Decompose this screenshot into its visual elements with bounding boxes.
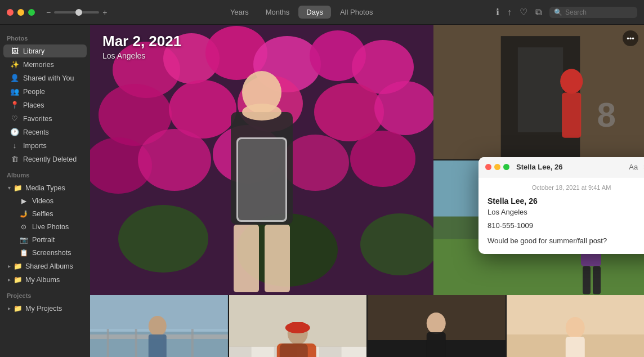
note-body-note: Would be good for summer/fall post? bbox=[488, 236, 644, 245]
sidebar-item-label: Recents bbox=[23, 128, 82, 136]
sidebar-item-label: Favorites bbox=[23, 115, 82, 123]
sidebar-item-screenshots[interactable]: 📋 Screenshots bbox=[3, 247, 87, 259]
sidebar-item-live-photos[interactable]: ⊙ Live Photos bbox=[3, 221, 87, 233]
zoom-minus-button[interactable]: − bbox=[46, 8, 51, 17]
sidebar-item-media-types[interactable]: ▾ 📁 Media Types bbox=[3, 181, 87, 194]
sidebar-item-my-albums[interactable]: ▸ 📁 My Albums bbox=[3, 273, 87, 286]
photo-grid: Mar 2, 2021 Los Angeles bbox=[90, 25, 644, 357]
sidebar-item-places[interactable]: 📍 Places bbox=[3, 99, 87, 111]
photo-content: Mar 2, 2021 Los Angeles bbox=[90, 25, 644, 357]
selfie-icon: 🤳 bbox=[19, 210, 28, 218]
sidebar-item-videos[interactable]: ▶ Videos bbox=[3, 195, 87, 207]
main-layout: Photos 🖼 Library ✨ Memories 👤 Shared wit… bbox=[0, 25, 644, 357]
bottom-photo-2-svg bbox=[229, 295, 367, 357]
sidebar-item-label: Live Photos bbox=[32, 223, 69, 231]
svg-rect-56 bbox=[251, 346, 274, 357]
note-body-location: Los Angeles bbox=[488, 207, 644, 218]
search-input[interactable] bbox=[565, 8, 633, 16]
screenshot-icon: 📋 bbox=[19, 249, 28, 257]
svg-point-77 bbox=[427, 313, 446, 334]
expand-arrow-icon: ▸ bbox=[8, 263, 11, 269]
sidebar-item-label: Portrait bbox=[32, 236, 55, 244]
bottom-photo-3[interactable] bbox=[368, 295, 506, 357]
note-title: Stella Lee, 26 bbox=[516, 163, 624, 171]
svg-rect-85 bbox=[565, 337, 584, 357]
side-photo-top[interactable]: 8 ••• bbox=[433, 25, 644, 159]
svg-rect-78 bbox=[427, 332, 446, 357]
sidebar-item-my-projects[interactable]: ▸ 📁 My Projects bbox=[3, 302, 87, 315]
more-options-button[interactable]: ••• bbox=[623, 30, 638, 46]
sidebar-item-shared-albums[interactable]: ▸ 📁 Shared Albums bbox=[3, 260, 87, 273]
tab-years[interactable]: Years bbox=[222, 6, 257, 19]
slideshow-icon[interactable]: ⧉ bbox=[535, 7, 542, 17]
tab-months[interactable]: Months bbox=[258, 6, 298, 19]
sidebar-item-recently-deleted[interactable]: 🗑 Recently Deleted bbox=[3, 153, 87, 166]
svg-point-22 bbox=[242, 104, 281, 121]
svg-point-17 bbox=[118, 205, 208, 273]
svg-rect-59 bbox=[319, 346, 341, 357]
sidebar-item-label: Recently Deleted bbox=[23, 155, 82, 163]
minimize-button[interactable] bbox=[17, 9, 24, 16]
sidebar-item-people[interactable]: 👥 People bbox=[3, 85, 87, 98]
svg-point-31 bbox=[560, 69, 583, 93]
main-photo-svg bbox=[90, 25, 433, 295]
photos-section-label: Photos bbox=[0, 29, 90, 44]
note-fullscreen-button[interactable] bbox=[503, 164, 509, 170]
svg-rect-24 bbox=[265, 225, 290, 292]
zoom-slider-thumb bbox=[75, 9, 82, 16]
zoom-slider[interactable] bbox=[54, 11, 99, 14]
zoom-plus-button[interactable]: + bbox=[102, 8, 107, 17]
titlebar: − + Years Months Days All Photos ℹ ↑ ♡ ⧉… bbox=[0, 0, 644, 25]
sidebar-item-label: My Projects bbox=[25, 305, 62, 313]
trash-icon: 🗑 bbox=[10, 155, 19, 163]
bottom-photo-4[interactable] bbox=[507, 295, 645, 357]
sidebar-item-imports[interactable]: ↓ Imports bbox=[3, 139, 87, 152]
note-traffic-lights bbox=[485, 164, 509, 170]
albums-section-label: Albums bbox=[0, 166, 90, 181]
svg-point-49 bbox=[149, 316, 167, 336]
favorites-icon: ♡ bbox=[10, 114, 19, 123]
shared-albums-icon: 📁 bbox=[14, 262, 23, 270]
svg-point-11 bbox=[374, 81, 433, 135]
note-minimize-button[interactable] bbox=[494, 164, 500, 170]
sidebar-item-memories[interactable]: ✨ Memories bbox=[3, 58, 87, 71]
share-icon[interactable]: ↑ bbox=[507, 7, 512, 17]
tab-days[interactable]: Days bbox=[298, 6, 331, 19]
search-box[interactable]: 🔍 bbox=[549, 7, 637, 18]
note-font-button[interactable]: Aa bbox=[629, 163, 638, 171]
fullscreen-button[interactable] bbox=[28, 9, 35, 16]
sidebar-item-label: Library bbox=[23, 47, 82, 55]
sidebar-item-label: Shared Albums bbox=[25, 262, 73, 270]
sidebar-item-label: Imports bbox=[23, 142, 82, 150]
svg-point-16 bbox=[350, 131, 415, 187]
sidebar-item-label: My Albums bbox=[25, 276, 60, 284]
sidebar-item-shared-with-you[interactable]: 👤 Shared with You bbox=[3, 72, 87, 84]
main-photo-background bbox=[90, 25, 433, 295]
info-icon[interactable]: ℹ bbox=[496, 7, 499, 17]
sidebar-item-library[interactable]: 🖼 Library bbox=[3, 44, 87, 57]
close-button[interactable] bbox=[7, 9, 14, 16]
note-body-phone: 810-555-1009 bbox=[488, 220, 644, 231]
sidebar-item-recents[interactable]: 🕐 Recents bbox=[3, 126, 87, 139]
sidebar-item-label: Media Types bbox=[25, 184, 65, 192]
main-photo[interactable] bbox=[90, 25, 433, 295]
svg-text:8: 8 bbox=[597, 96, 616, 134]
grid-bottom bbox=[90, 295, 644, 357]
note-popup: Stella Lee, 26 Aa ≡ » October 18, 2021 a… bbox=[478, 157, 644, 254]
search-icon: 🔍 bbox=[554, 8, 562, 16]
recents-icon: 🕐 bbox=[10, 128, 19, 136]
imports-icon: ↓ bbox=[10, 141, 19, 150]
bottom-photo-1[interactable] bbox=[90, 295, 228, 357]
sidebar-item-favorites[interactable]: ♡ Favorites bbox=[3, 112, 87, 125]
svg-rect-39 bbox=[583, 266, 591, 294]
bottom-photo-2[interactable] bbox=[229, 295, 367, 357]
svg-point-13 bbox=[138, 129, 211, 191]
sidebar-item-portrait[interactable]: 📷 Portrait bbox=[3, 234, 87, 246]
bottom-photo-4-svg bbox=[507, 295, 645, 357]
sidebar-item-selfies[interactable]: 🤳 Selfies bbox=[3, 208, 87, 220]
favorite-icon[interactable]: ♡ bbox=[520, 7, 527, 17]
tab-all-photos[interactable]: All Photos bbox=[332, 6, 381, 19]
projects-section-label: Projects bbox=[0, 287, 90, 301]
note-close-button[interactable] bbox=[485, 164, 491, 170]
svg-rect-45 bbox=[107, 329, 109, 357]
